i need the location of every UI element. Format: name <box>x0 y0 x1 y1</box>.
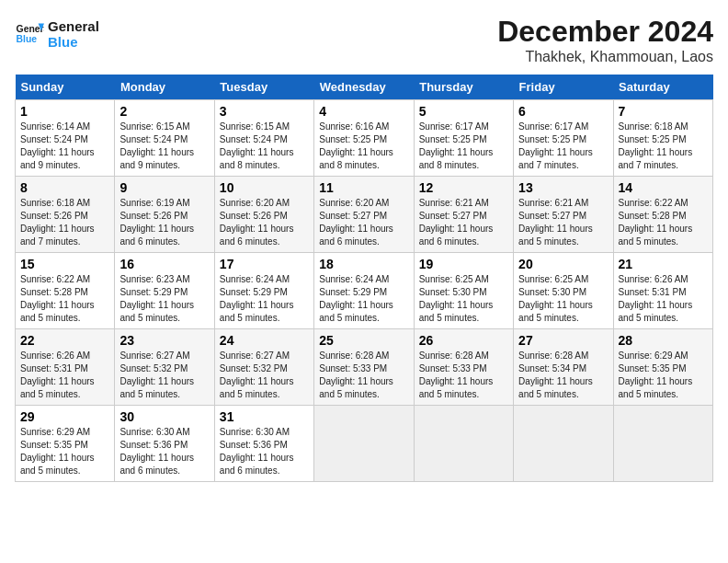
day-info: Sunrise: 6:30 AMSunset: 5:36 PMDaylight:… <box>220 426 309 477</box>
day-number: 8 <box>20 180 109 195</box>
day-info: Sunrise: 6:23 AMSunset: 5:29 PMDaylight:… <box>119 273 209 325</box>
calendar-cell: 18Sunrise: 6:24 AMSunset: 5:29 PMDayligh… <box>314 253 414 329</box>
svg-text:Blue: Blue <box>17 34 38 44</box>
day-info: Sunrise: 6:30 AMSunset: 5:36 PMDaylight:… <box>119 426 209 477</box>
day-info: Sunrise: 6:25 AMSunset: 5:30 PMDaylight:… <box>518 273 608 325</box>
calendar-cell: 25Sunrise: 6:28 AMSunset: 5:33 PMDayligh… <box>314 329 414 406</box>
logo-line1: General <box>48 18 99 34</box>
day-number: 7 <box>619 104 708 119</box>
calendar-cell: 17Sunrise: 6:24 AMSunset: 5:29 PMDayligh… <box>214 253 313 329</box>
day-info: Sunrise: 6:27 AMSunset: 5:32 PMDaylight:… <box>220 350 309 401</box>
week-row-1: 8Sunrise: 6:18 AMSunset: 5:26 PMDaylight… <box>16 177 713 253</box>
day-info: Sunrise: 6:17 AMSunset: 5:25 PMDaylight:… <box>518 121 608 172</box>
day-info: Sunrise: 6:28 AMSunset: 5:33 PMDaylight:… <box>419 350 508 401</box>
calendar-cell: 22Sunrise: 6:26 AMSunset: 5:31 PMDayligh… <box>16 329 115 406</box>
calendar-cell: 21Sunrise: 6:26 AMSunset: 5:31 PMDayligh… <box>613 253 712 329</box>
day-number: 9 <box>119 180 209 195</box>
calendar-table: SundayMondayTuesdayWednesdayThursdayFrid… <box>15 75 713 482</box>
calendar-cell: 30Sunrise: 6:30 AMSunset: 5:36 PMDayligh… <box>115 406 214 482</box>
day-number: 4 <box>319 104 408 119</box>
header-day-monday: Monday <box>115 75 214 100</box>
day-info: Sunrise: 6:24 AMSunset: 5:29 PMDaylight:… <box>220 273 309 325</box>
header-day-thursday: Thursday <box>414 75 513 100</box>
logo: General Blue General Blue <box>15 15 99 50</box>
day-info: Sunrise: 6:26 AMSunset: 5:31 PMDaylight:… <box>20 350 109 401</box>
day-info: Sunrise: 6:20 AMSunset: 5:26 PMDaylight:… <box>220 197 309 248</box>
calendar-cell: 1Sunrise: 6:14 AMSunset: 5:24 PMDaylight… <box>16 100 115 177</box>
calendar-cell: 27Sunrise: 6:28 AMSunset: 5:34 PMDayligh… <box>514 329 613 406</box>
day-number: 25 <box>319 333 408 348</box>
day-number: 28 <box>619 333 708 348</box>
calendar-cell: 24Sunrise: 6:27 AMSunset: 5:32 PMDayligh… <box>214 329 313 406</box>
day-number: 6 <box>518 104 608 119</box>
calendar-cell <box>414 406 513 482</box>
day-number: 16 <box>119 257 209 271</box>
day-number: 11 <box>319 180 408 195</box>
day-info: Sunrise: 6:25 AMSunset: 5:30 PMDaylight:… <box>419 273 508 325</box>
day-number: 10 <box>220 180 309 195</box>
calendar-cell: 7Sunrise: 6:18 AMSunset: 5:25 PMDaylight… <box>613 100 712 177</box>
calendar-cell <box>514 406 613 482</box>
day-info: Sunrise: 6:18 AMSunset: 5:25 PMDaylight:… <box>619 121 708 172</box>
day-info: Sunrise: 6:24 AMSunset: 5:29 PMDaylight:… <box>319 273 408 325</box>
calendar-cell: 26Sunrise: 6:28 AMSunset: 5:33 PMDayligh… <box>414 329 513 406</box>
day-number: 15 <box>20 257 109 271</box>
calendar-cell: 20Sunrise: 6:25 AMSunset: 5:30 PMDayligh… <box>514 253 613 329</box>
day-info: Sunrise: 6:26 AMSunset: 5:31 PMDaylight:… <box>619 273 708 325</box>
calendar-cell: 31Sunrise: 6:30 AMSunset: 5:36 PMDayligh… <box>214 406 313 482</box>
day-number: 17 <box>220 257 309 271</box>
day-number: 31 <box>220 409 309 424</box>
calendar-cell: 3Sunrise: 6:15 AMSunset: 5:24 PMDaylight… <box>214 100 313 177</box>
header-day-wednesday: Wednesday <box>314 75 414 100</box>
day-info: Sunrise: 6:18 AMSunset: 5:26 PMDaylight:… <box>20 197 109 248</box>
header-day-friday: Friday <box>514 75 613 100</box>
title-area: December 2024 Thakhek, Khammouan, Laos <box>497 15 713 65</box>
day-number: 3 <box>220 104 309 119</box>
calendar-cell: 6Sunrise: 6:17 AMSunset: 5:25 PMDaylight… <box>514 100 613 177</box>
week-row-2: 15Sunrise: 6:22 AMSunset: 5:28 PMDayligh… <box>16 253 713 329</box>
day-number: 30 <box>119 409 209 424</box>
day-number: 1 <box>20 104 109 119</box>
calendar-cell: 10Sunrise: 6:20 AMSunset: 5:26 PMDayligh… <box>214 177 313 253</box>
day-number: 2 <box>119 104 209 119</box>
week-row-0: 1Sunrise: 6:14 AMSunset: 5:24 PMDaylight… <box>16 100 713 177</box>
day-info: Sunrise: 6:17 AMSunset: 5:25 PMDaylight:… <box>419 121 508 172</box>
month-title: December 2024 <box>497 15 713 49</box>
day-number: 27 <box>518 333 608 348</box>
day-info: Sunrise: 6:29 AMSunset: 5:35 PMDaylight:… <box>20 426 109 477</box>
calendar-cell: 14Sunrise: 6:22 AMSunset: 5:28 PMDayligh… <box>613 177 712 253</box>
day-info: Sunrise: 6:14 AMSunset: 5:24 PMDaylight:… <box>20 121 109 172</box>
calendar-cell: 19Sunrise: 6:25 AMSunset: 5:30 PMDayligh… <box>414 253 513 329</box>
calendar-cell: 16Sunrise: 6:23 AMSunset: 5:29 PMDayligh… <box>115 253 214 329</box>
calendar-cell: 2Sunrise: 6:15 AMSunset: 5:24 PMDaylight… <box>115 100 214 177</box>
header-day-sunday: Sunday <box>16 75 115 100</box>
header-row: SundayMondayTuesdayWednesdayThursdayFrid… <box>16 75 713 100</box>
day-info: Sunrise: 6:21 AMSunset: 5:27 PMDaylight:… <box>518 197 608 248</box>
header: General Blue General Blue December 2024 … <box>15 15 713 65</box>
day-info: Sunrise: 6:19 AMSunset: 5:26 PMDaylight:… <box>119 197 209 248</box>
week-row-4: 29Sunrise: 6:29 AMSunset: 5:35 PMDayligh… <box>16 406 713 482</box>
calendar-cell: 23Sunrise: 6:27 AMSunset: 5:32 PMDayligh… <box>115 329 214 406</box>
calendar-cell <box>613 406 712 482</box>
day-info: Sunrise: 6:15 AMSunset: 5:24 PMDaylight:… <box>119 121 209 172</box>
calendar-cell: 28Sunrise: 6:29 AMSunset: 5:35 PMDayligh… <box>613 329 712 406</box>
calendar-cell: 29Sunrise: 6:29 AMSunset: 5:35 PMDayligh… <box>16 406 115 482</box>
day-info: Sunrise: 6:27 AMSunset: 5:32 PMDaylight:… <box>119 350 209 401</box>
day-number: 23 <box>119 333 209 348</box>
day-info: Sunrise: 6:22 AMSunset: 5:28 PMDaylight:… <box>20 273 109 325</box>
calendar-cell: 4Sunrise: 6:16 AMSunset: 5:25 PMDaylight… <box>314 100 414 177</box>
calendar-cell: 8Sunrise: 6:18 AMSunset: 5:26 PMDaylight… <box>16 177 115 253</box>
calendar-cell: 9Sunrise: 6:19 AMSunset: 5:26 PMDaylight… <box>115 177 214 253</box>
day-number: 18 <box>319 257 408 271</box>
week-row-3: 22Sunrise: 6:26 AMSunset: 5:31 PMDayligh… <box>16 329 713 406</box>
day-number: 24 <box>220 333 309 348</box>
day-number: 14 <box>619 180 708 195</box>
calendar-cell <box>314 406 414 482</box>
calendar-cell: 12Sunrise: 6:21 AMSunset: 5:27 PMDayligh… <box>414 177 513 253</box>
header-day-saturday: Saturday <box>613 75 712 100</box>
day-number: 5 <box>419 104 508 119</box>
location-title: Thakhek, Khammouan, Laos <box>497 49 713 65</box>
day-info: Sunrise: 6:22 AMSunset: 5:28 PMDaylight:… <box>619 197 708 248</box>
logo-icon: General Blue <box>15 17 44 47</box>
calendar-cell: 13Sunrise: 6:21 AMSunset: 5:27 PMDayligh… <box>514 177 613 253</box>
